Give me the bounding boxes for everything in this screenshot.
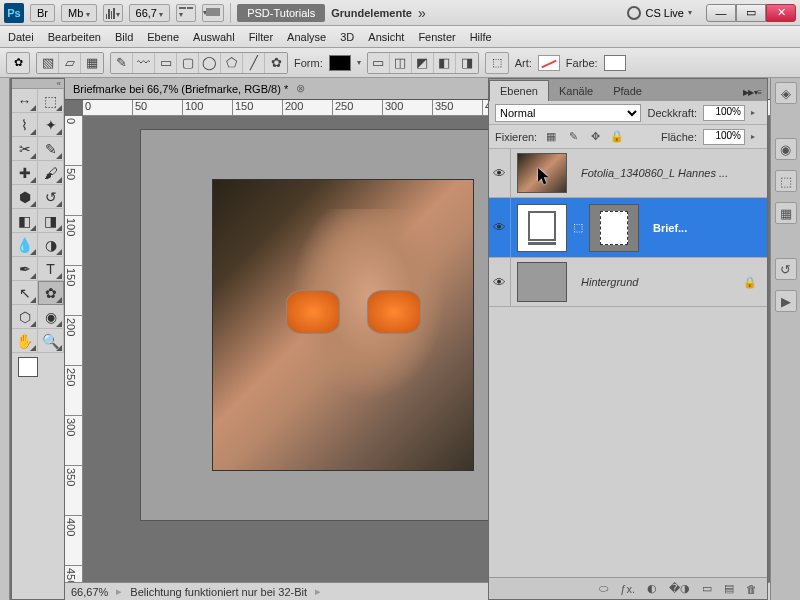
fill-value[interactable]: 100% xyxy=(703,129,745,145)
crop-tool[interactable]: ✂ xyxy=(12,137,38,161)
menu-bild[interactable]: Bild xyxy=(115,31,133,43)
blend-mode-select[interactable]: Normal xyxy=(495,104,641,122)
link-layers-icon[interactable]: ⬭ xyxy=(599,582,608,595)
link-mask-icon[interactable]: ⬚ xyxy=(573,221,583,234)
paths-button[interactable]: ▱ xyxy=(59,53,81,73)
menu-datei[interactable]: Datei xyxy=(8,31,34,43)
layer-name[interactable]: Hintergrund xyxy=(573,276,743,288)
opacity-arrow-icon[interactable]: ▸ xyxy=(751,108,761,117)
shape-tool[interactable]: ✿ xyxy=(38,281,64,305)
workspace-chevron-icon[interactable]: » xyxy=(418,5,423,21)
visibility-icon[interactable]: 👁 xyxy=(489,198,511,257)
color-swatches[interactable] xyxy=(12,353,64,393)
group-icon[interactable]: ▭ xyxy=(702,582,712,595)
subtract-shape-icon[interactable]: ◩ xyxy=(412,53,434,73)
tab-ebenen[interactable]: Ebenen xyxy=(489,80,549,101)
menu-filter[interactable]: Filter xyxy=(249,31,273,43)
styles-dock-icon[interactable]: ▦ xyxy=(775,202,797,224)
screen-mode-button[interactable] xyxy=(202,4,224,22)
bridge-button[interactable]: Br xyxy=(30,4,55,22)
shape-preview[interactable] xyxy=(329,55,351,71)
menu-ebene[interactable]: Ebene xyxy=(147,31,179,43)
panel-menu-icon[interactable]: ▶▶ ▾≡ xyxy=(737,84,767,101)
layer-thumbnail[interactable] xyxy=(517,262,567,302)
lock-transparent-icon[interactable]: ▦ xyxy=(543,129,559,145)
freeform-pen-icon[interactable]: 〰 xyxy=(133,53,155,73)
hand-tool[interactable]: ✋ xyxy=(12,329,38,353)
lock-pixels-icon[interactable]: ✎ xyxy=(565,129,581,145)
tab-kanaele[interactable]: Kanäle xyxy=(549,81,603,101)
vertical-ruler[interactable]: 050100150200250300350400450 xyxy=(65,116,83,582)
stroke-style[interactable] xyxy=(538,55,560,71)
pen-icon[interactable]: ✎ xyxy=(111,53,133,73)
new-shape-icon[interactable]: ▭ xyxy=(368,53,390,73)
custom-shape-icon[interactable]: ✿ xyxy=(265,53,287,73)
fill-pixels-button[interactable]: ▦ xyxy=(81,53,103,73)
visibility-icon[interactable]: 👁 xyxy=(489,149,511,197)
layer-row[interactable]: 👁 Fotolia_1340860_L Hannes ... xyxy=(489,149,767,198)
line-icon[interactable]: ╱ xyxy=(243,53,265,73)
adjustments-dock-icon[interactable]: ⬚ xyxy=(775,170,797,192)
zoom-tool[interactable]: 🔍 xyxy=(38,329,64,353)
layer-thumbnail[interactable] xyxy=(517,153,567,193)
pen-tool[interactable]: ✒ xyxy=(12,257,38,281)
type-tool[interactable]: T xyxy=(38,257,64,281)
menu-analyse[interactable]: Analyse xyxy=(287,31,326,43)
path-select-tool[interactable]: ↖ xyxy=(12,281,38,305)
3d-tool[interactable]: ⬡ xyxy=(12,305,38,329)
shape-layers-button[interactable]: ▧ xyxy=(37,53,59,73)
brush-tool[interactable]: 🖌 xyxy=(38,161,64,185)
ps-logo[interactable]: Ps xyxy=(4,3,24,23)
tab-close-icon[interactable]: ⊗ xyxy=(296,82,305,95)
current-tool-icon[interactable]: ✿ xyxy=(6,52,30,74)
ellipse-icon[interactable]: ◯ xyxy=(199,53,221,73)
3d-camera-tool[interactable]: ◉ xyxy=(38,305,64,329)
foreground-color[interactable] xyxy=(18,357,38,377)
lasso-tool[interactable]: ⌇ xyxy=(12,113,38,137)
arrange-docs-button[interactable] xyxy=(176,4,196,22)
opacity-value[interactable]: 100% xyxy=(703,105,745,121)
status-arrow-icon[interactable]: ▸ xyxy=(315,585,321,598)
rect-icon[interactable]: ▭ xyxy=(155,53,177,73)
tutorials-tag[interactable]: PSD-Tutorials xyxy=(237,4,325,22)
layer-name[interactable]: Fotolia_1340860_L Hannes ... xyxy=(573,167,767,179)
menu-auswahl[interactable]: Auswahl xyxy=(193,31,235,43)
mask-thumbnail[interactable] xyxy=(589,204,639,252)
workspace-label[interactable]: Grundelemente xyxy=(331,7,412,19)
view-extras-button[interactable] xyxy=(103,4,123,22)
move-tool[interactable]: ↔ xyxy=(12,89,38,113)
maximize-button[interactable]: ▭ xyxy=(736,4,766,22)
eyedropper-tool[interactable]: ✎ xyxy=(38,137,64,161)
history-brush-tool[interactable]: ↺ xyxy=(38,185,64,209)
lock-all-icon[interactable]: 🔒 xyxy=(609,129,625,145)
layer-thumbnail[interactable] xyxy=(517,204,567,252)
actions-dock-icon[interactable]: ▶ xyxy=(775,290,797,312)
menu-bearbeiten[interactable]: Bearbeiten xyxy=(48,31,101,43)
menu-fenster[interactable]: Fenster xyxy=(418,31,455,43)
eraser-tool[interactable]: ◧ xyxy=(12,209,38,233)
heal-tool[interactable]: ✚ xyxy=(12,161,38,185)
visibility-icon[interactable]: 👁 xyxy=(489,258,511,306)
mask-icon[interactable]: ◐ xyxy=(647,582,657,595)
layer-row[interactable]: 👁 Hintergrund 🔒 xyxy=(489,258,767,307)
menu-ansicht[interactable]: Ansicht xyxy=(368,31,404,43)
fx-icon[interactable]: ƒx. xyxy=(620,583,635,595)
new-layer-icon[interactable]: ▤ xyxy=(724,582,734,595)
tab-pfade[interactable]: Pfade xyxy=(603,81,652,101)
dodge-tool[interactable]: ◑ xyxy=(38,233,64,257)
color-swatch[interactable] xyxy=(604,55,626,71)
roundrect-icon[interactable]: ▢ xyxy=(177,53,199,73)
color-dock-icon[interactable]: ◉ xyxy=(775,138,797,160)
intersect-shape-icon[interactable]: ◧ xyxy=(434,53,456,73)
layers-dock-icon[interactable]: ◈ xyxy=(775,82,797,104)
exclude-shape-icon[interactable]: ◨ xyxy=(456,53,478,73)
status-zoom[interactable]: 66,67% xyxy=(71,586,108,598)
menu-hilfe[interactable]: Hilfe xyxy=(470,31,492,43)
gradient-tool[interactable]: ◨ xyxy=(38,209,64,233)
fill-arrow-icon[interactable]: ▸ xyxy=(751,132,761,141)
wand-tool[interactable]: ✦ xyxy=(38,113,64,137)
lock-position-icon[interactable]: ✥ xyxy=(587,129,603,145)
adjustment-icon[interactable]: �◑ xyxy=(669,582,690,595)
layer-name[interactable]: Brief... xyxy=(645,222,767,234)
add-shape-icon[interactable]: ◫ xyxy=(390,53,412,73)
